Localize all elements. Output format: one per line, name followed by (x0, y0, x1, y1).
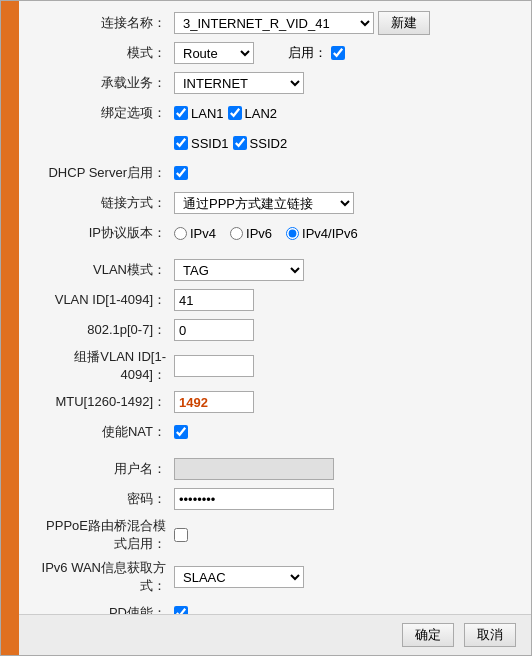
pd-label: PD使能： (34, 604, 174, 614)
pd-row: PD使能： (34, 601, 516, 614)
mtu-label: MTU[1260-1492]： (34, 393, 174, 411)
mode-row: 模式： Route Bridge 启用： (34, 41, 516, 65)
dhcp-server-label: DHCP Server启用： (34, 164, 174, 182)
bind-lan1-checkbox[interactable] (174, 106, 188, 120)
bind-ssid2-checkbox[interactable] (233, 136, 247, 150)
connection-name-row: 连接名称： 3_INTERNET_R_VID_41 新建 (34, 11, 516, 35)
bind-lan2-text: LAN2 (245, 106, 278, 121)
password-row: 密码： (34, 487, 516, 511)
bind-row: 绑定选项： LAN1 LAN2 (34, 101, 516, 125)
bind-lan1-label: LAN1 (174, 106, 224, 121)
bottom-bar: 确定 取消 (19, 614, 531, 655)
bind-lan1-text: LAN1 (191, 106, 224, 121)
bind-lan2-checkbox[interactable] (228, 106, 242, 120)
mtu-input[interactable] (174, 391, 254, 413)
group-vlan-label: 组播VLAN ID[1-4094]： (34, 348, 174, 384)
enable-checkbox[interactable] (331, 46, 345, 60)
pd-controls (174, 606, 188, 614)
username-controls (174, 458, 334, 480)
nat-label: 使能NAT： (34, 423, 174, 441)
main-window: 连接名称： 3_INTERNET_R_VID_41 新建 模式： Route B… (0, 0, 532, 656)
bind-ssid1-checkbox[interactable] (174, 136, 188, 150)
group-vlan-input[interactable] (174, 355, 254, 377)
connection-name-controls: 3_INTERNET_R_VID_41 新建 (174, 11, 430, 35)
connection-name-label: 连接名称： (34, 14, 174, 32)
form-area: 连接名称： 3_INTERNET_R_VID_41 新建 模式： Route B… (19, 1, 531, 614)
ipv4-radio[interactable] (174, 227, 187, 240)
ipv6-text: IPv6 (246, 226, 272, 241)
bind-row2: SSID1 SSID2 (34, 131, 516, 155)
ip-version-label: IP协议版本： (34, 224, 174, 242)
business-row: 承载业务： INTERNET TR069 VOIP (34, 71, 516, 95)
ipv6-wan-row: IPv6 WAN信息获取方式： SLAAC DHCPv6 Static (34, 559, 516, 595)
business-select[interactable]: INTERNET TR069 VOIP (174, 72, 304, 94)
mtu-controls (174, 391, 254, 413)
vlan-mode-controls: TAG UNTAG (174, 259, 304, 281)
ipv4ipv6-radio[interactable] (286, 227, 299, 240)
pd-checkbox[interactable] (174, 606, 188, 614)
vlan-id-label: VLAN ID[1-4094]： (34, 291, 174, 309)
ipv6-label: IPv6 (230, 226, 272, 241)
nat-controls (174, 425, 188, 439)
connection-name-select[interactable]: 3_INTERNET_R_VID_41 (174, 12, 374, 34)
link-row: 链接方式： 通过PPP方式建立链接 通过DHCP方式获得IP地址 固定IP地址 (34, 191, 516, 215)
mtu-row: MTU[1260-1492]： (34, 390, 516, 414)
left-accent-bar (1, 1, 19, 655)
vlan-mode-label: VLAN模式： (34, 261, 174, 279)
dhcp-server-controls (174, 166, 188, 180)
password-input[interactable] (174, 488, 334, 510)
link-label: 链接方式： (34, 194, 174, 212)
pppoe-bridge-controls (174, 528, 188, 542)
group-vlan-row: 组播VLAN ID[1-4094]： (34, 348, 516, 384)
vlan-id-controls (174, 289, 254, 311)
vlan-mode-select[interactable]: TAG UNTAG (174, 259, 304, 281)
bind-controls: LAN1 LAN2 (174, 106, 277, 121)
nat-row: 使能NAT： (34, 420, 516, 444)
bind-lan2-label: LAN2 (228, 106, 278, 121)
ipv6-radio[interactable] (230, 227, 243, 240)
ipv6-wan-select[interactable]: SLAAC DHCPv6 Static (174, 566, 304, 588)
ipv4ipv6-text: IPv4/IPv6 (302, 226, 358, 241)
bind-ssid2-label: SSID2 (233, 136, 288, 151)
dot1p-label: 802.1p[0-7]： (34, 321, 174, 339)
dhcp-server-checkbox[interactable] (174, 166, 188, 180)
confirm-button[interactable]: 确定 (402, 623, 454, 647)
mode-select[interactable]: Route Bridge (174, 42, 254, 64)
ipv4-label: IPv4 (174, 226, 216, 241)
bind-label: 绑定选项： (34, 104, 174, 122)
mode-controls: Route Bridge 启用： (174, 42, 345, 64)
pppoe-bridge-row: PPPoE路由桥混合模式启用： (34, 517, 516, 553)
bind-ssid1-label: SSID1 (174, 136, 229, 151)
username-label: 用户名： (34, 460, 174, 478)
bind-ssid1-text: SSID1 (191, 136, 229, 151)
business-controls: INTERNET TR069 VOIP (174, 72, 304, 94)
bind-controls2: SSID1 SSID2 (174, 136, 287, 151)
vlan-id-input[interactable] (174, 289, 254, 311)
password-label: 密码： (34, 490, 174, 508)
cancel-button[interactable]: 取消 (464, 623, 516, 647)
vlan-id-row: VLAN ID[1-4094]： (34, 288, 516, 312)
new-button[interactable]: 新建 (378, 11, 430, 35)
dot1p-row: 802.1p[0-7]： (34, 318, 516, 342)
mode-label: 模式： (34, 44, 174, 62)
pppoe-bridge-checkbox[interactable] (174, 528, 188, 542)
ipv6-wan-label: IPv6 WAN信息获取方式： (34, 559, 174, 595)
ipv6-wan-controls: SLAAC DHCPv6 Static (174, 566, 304, 588)
username-input[interactable] (174, 458, 334, 480)
vlan-mode-row: VLAN模式： TAG UNTAG (34, 258, 516, 282)
link-select[interactable]: 通过PPP方式建立链接 通过DHCP方式获得IP地址 固定IP地址 (174, 192, 354, 214)
business-label: 承载业务： (34, 74, 174, 92)
dot1p-controls (174, 319, 254, 341)
ipv4-text: IPv4 (190, 226, 216, 241)
pppoe-bridge-label: PPPoE路由桥混合模式启用： (34, 517, 174, 553)
ipv4ipv6-label: IPv4/IPv6 (286, 226, 358, 241)
group-vlan-controls (174, 355, 254, 377)
password-controls (174, 488, 334, 510)
username-row: 用户名： (34, 457, 516, 481)
ip-version-row: IP协议版本： IPv4 IPv6 IPv4/IPv6 (34, 221, 516, 245)
dot1p-input[interactable] (174, 319, 254, 341)
enable-label: 启用： (288, 44, 327, 62)
link-controls: 通过PPP方式建立链接 通过DHCP方式获得IP地址 固定IP地址 (174, 192, 354, 214)
bind-ssid2-text: SSID2 (250, 136, 288, 151)
nat-checkbox[interactable] (174, 425, 188, 439)
